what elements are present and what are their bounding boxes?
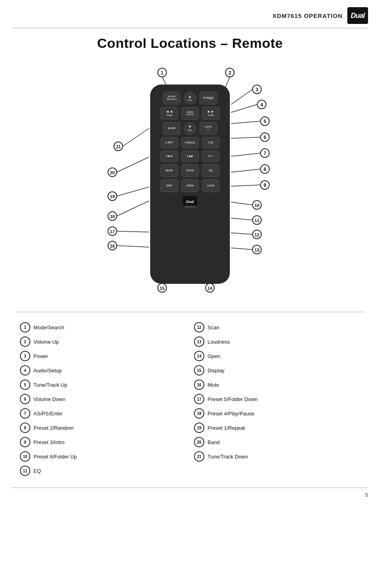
btn-2-rdom[interactable]: 2 RDom xyxy=(181,137,199,148)
legend: 1Mode/Search2Volume Up3Power4Audio/Setup… xyxy=(16,312,364,478)
legend-item: 9Preset 3/Intro xyxy=(16,435,190,449)
svg-text:3: 3 xyxy=(256,87,259,92)
svg-text:20: 20 xyxy=(110,170,115,175)
legend-col-left: 1Mode/Search2Volume Up3Power4Audio/Setup… xyxy=(16,320,190,478)
legend-item-label: Preset 5/Folder Down xyxy=(208,396,258,402)
legend-item-number: 6 xyxy=(20,394,30,404)
svg-text:14: 14 xyxy=(208,286,213,291)
legend-item-number: 16 xyxy=(194,380,204,390)
btn-mute[interactable]: MUTE xyxy=(161,164,178,177)
remote-row-6: MUTE SCAN EQ xyxy=(155,164,225,177)
btn-5-next[interactable]: 5 ▶▶ xyxy=(181,151,199,162)
svg-point-3 xyxy=(225,68,234,77)
legend-item: 7AS/PS/Enter xyxy=(16,406,190,421)
remote-row-1: MODE/SEARCH ▲ VOL POWER xyxy=(155,92,225,104)
legend-item: 8Preset 2/Random xyxy=(16,421,190,435)
btn-mode-search[interactable]: MODE/SEARCH xyxy=(163,92,180,104)
legend-item-label: Volume Down xyxy=(33,396,65,402)
btn-asps[interactable]: AS/PS↩ xyxy=(200,122,217,135)
btn-4-play[interactable]: 4 ▶/II xyxy=(161,151,178,162)
svg-text:7: 7 xyxy=(264,151,266,156)
svg-point-39 xyxy=(206,283,214,292)
btn-scan[interactable]: SCAN xyxy=(181,164,199,177)
btn-disp[interactable]: DISP xyxy=(161,179,178,192)
loud-label: LOUD xyxy=(207,184,214,187)
mute-label: MUTE xyxy=(166,169,173,172)
svg-text:4: 4 xyxy=(261,102,263,108)
remote-row-2: ◄◄ TUNE AUDIOSETUP ►► TUNE xyxy=(155,107,225,120)
svg-line-11 xyxy=(231,104,257,112)
btn-vol-down[interactable]: ▼ VOL xyxy=(184,122,196,135)
btn-4-label: 4 ▶/II xyxy=(166,155,173,158)
legend-item-label: Band xyxy=(208,439,219,445)
btn-tune-back[interactable]: ◄◄ TUNE xyxy=(161,107,178,120)
header-divider xyxy=(12,28,368,28)
btn-loud[interactable]: LOUD xyxy=(202,179,219,192)
legend-item-label: Open xyxy=(208,353,220,359)
svg-text:2: 2 xyxy=(229,70,231,76)
btn-band[interactable]: BAND xyxy=(163,122,180,135)
legend-item-number: 17 xyxy=(194,394,204,404)
svg-point-54 xyxy=(108,192,117,201)
logo-text: Dual xyxy=(351,12,364,19)
legend-item-number: 21 xyxy=(194,451,204,462)
disp-label: DISP xyxy=(166,184,172,187)
legend-item: 3Power xyxy=(16,349,190,363)
legend-item-label: EQ xyxy=(33,468,41,474)
btn-vol-up[interactable]: ▲ VOL xyxy=(184,92,196,104)
btn-6-back[interactable]: 6 ↩ xyxy=(202,151,219,162)
remote-model-label: XDM7615 xyxy=(183,206,197,208)
legend-item: 12Scan xyxy=(190,320,364,334)
svg-point-6 xyxy=(253,85,261,94)
btn-tune-fwd[interactable]: ►► TUNE xyxy=(202,107,219,120)
legend-item-label: Tune/Track Down xyxy=(208,454,248,460)
tune-back-label: TUNE xyxy=(166,114,172,116)
svg-point-27 xyxy=(253,201,261,209)
svg-point-45 xyxy=(108,241,117,250)
legend-item: 16Mute xyxy=(190,378,364,392)
svg-line-56 xyxy=(117,187,149,196)
legend-item-number: 20 xyxy=(194,437,204,447)
legend-item-label: Mute xyxy=(208,382,219,388)
legend-item: 17Preset 5/Folder Down xyxy=(190,392,364,406)
btn-3-in[interactable]: 3 IN xyxy=(202,137,219,148)
remote-control: MODE/SEARCH ▲ VOL POWER ◄◄ TUNE AUDIOSET… xyxy=(150,81,230,284)
power-label: POWER xyxy=(203,96,214,100)
svg-point-18 xyxy=(261,149,269,157)
legend-item-label: Loudness xyxy=(208,339,230,345)
svg-line-38 xyxy=(231,248,253,250)
legend-item: 1Mode/Search xyxy=(16,320,190,334)
svg-point-24 xyxy=(261,181,269,189)
btn-eq[interactable]: EQ xyxy=(202,164,219,177)
svg-line-14 xyxy=(231,121,261,124)
btn-open[interactable]: OPEN xyxy=(181,179,199,192)
remote-row-4: 1 RPT 2 RDom 3 IN xyxy=(155,137,225,148)
asps-label: AS/PS↩ xyxy=(205,126,212,131)
svg-point-60 xyxy=(114,142,123,151)
legend-item: 5Tune/Track Up xyxy=(16,378,190,392)
svg-text:17: 17 xyxy=(110,229,115,234)
legend-item-label: Power xyxy=(33,353,48,359)
svg-point-42 xyxy=(158,283,166,292)
legend-item-label: Display xyxy=(208,368,225,374)
svg-text:8: 8 xyxy=(264,167,266,172)
svg-text:19: 19 xyxy=(110,194,115,199)
svg-point-12 xyxy=(261,117,269,126)
svg-text:15: 15 xyxy=(160,286,165,291)
btn-1-rpt[interactable]: 1 RPT xyxy=(161,137,178,148)
remote-row-3: BAND ▼ VOL AS/PS↩ xyxy=(155,122,225,135)
legend-item-number: 3 xyxy=(20,351,30,361)
svg-text:18: 18 xyxy=(110,214,115,219)
page-title: Control Locations – Remote xyxy=(0,35,380,51)
svg-point-57 xyxy=(108,168,117,177)
tune-fwd-label: TUNE xyxy=(208,114,214,116)
remote-logo-text: Dual xyxy=(186,200,194,204)
legend-item-number: 4 xyxy=(20,365,30,376)
btn-audio-setup[interactable]: AUDIOSETUP xyxy=(181,107,199,120)
svg-text:16: 16 xyxy=(110,244,115,248)
legend-item: 4Audio/Setup xyxy=(16,363,190,378)
svg-point-9 xyxy=(257,100,266,109)
btn-power[interactable]: POWER xyxy=(200,92,217,104)
eq-label: EQ xyxy=(209,169,212,172)
svg-line-35 xyxy=(231,233,253,234)
